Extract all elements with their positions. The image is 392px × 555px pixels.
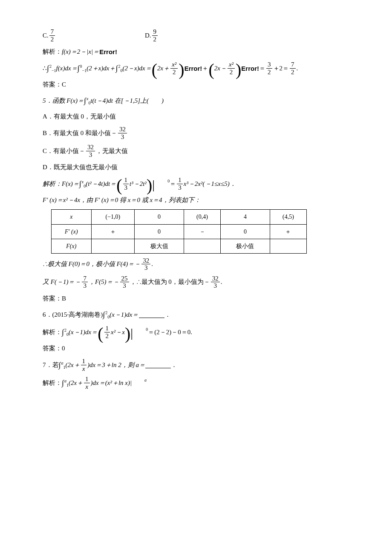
option-d-label: D. — [145, 30, 151, 41]
bracket-expr: ( 12 x²－x ) — [98, 325, 130, 339]
integral-icon: ∫ — [62, 376, 64, 390]
q5-post-a: ∴极大值 F(0)＝0，极小值 F(4)＝－ 323 . — [43, 257, 349, 272]
option-d-fraction: 9 2 — [152, 28, 158, 43]
integrand2: (2＋x)dx＋ — [86, 63, 115, 74]
therefore: ∴ — [43, 63, 47, 74]
q4-fx-def: f(x)＝2－|x|＝ — [62, 46, 99, 58]
integral-icon: ∫ — [79, 177, 81, 191]
right-paren-icon: ) — [236, 63, 241, 77]
q4-solution-line2: ∴ ∫ 2−1 f(x)dx＝ ∫ 0−1 (2＋x)dx＋ ∫ 20 (2－x… — [43, 61, 349, 75]
integral-icon: ∫ — [103, 308, 105, 321]
left-paren-icon: ( — [152, 63, 157, 77]
q5-answer: 答案： B — [43, 293, 349, 304]
answer-value: B — [62, 293, 66, 304]
q7-solution: 解析： ∫ a1 (2x＋ 1x )dx＝(x²＋ln x)| a — [43, 376, 349, 390]
q4-solution-line1: 解析： f(x)＝2－|x|＝ Error! — [43, 46, 349, 58]
q5-option-c: C．有最小值－ 323 ，无最大值 — [43, 144, 349, 158]
option-d: D. 9 2 — [145, 28, 159, 43]
answer-value: 0 — [62, 343, 65, 354]
error-text: Error! — [99, 46, 117, 58]
bracket-expr2: ( 2x－ x²2 ) — [208, 61, 241, 75]
q5-deriv: F′ (x)＝x²－4x，由 F′ (x)＝0 得 x＝0 或 x＝4，列表如下… — [43, 194, 349, 206]
integral-icon: ∫ — [59, 358, 61, 372]
int-bounds: 20 — [64, 327, 69, 338]
bracket-expr: ( 2x＋ x²2 ) — [152, 61, 184, 75]
option-c-label: C. — [43, 30, 49, 41]
table-row: x (−1,0) 0 (0,4) 4 (4,5) — [52, 210, 307, 224]
table-row: F′ (x) ＋ 0 － 0 ＋ — [52, 224, 307, 239]
error-text: Error! — [241, 63, 259, 74]
table-row: F(x) 极大值 极小值 — [52, 239, 307, 253]
error-text: Error! — [184, 63, 202, 74]
left-paren-icon: ( — [116, 179, 122, 192]
integral-icon: ∫ — [115, 61, 118, 75]
solution-label: 解析： — [43, 46, 62, 58]
right-paren-icon: ) — [125, 327, 130, 341]
left-paren-icon: ( — [98, 327, 103, 341]
answer-label: 答案： — [43, 343, 62, 354]
integral-icon: ∫ — [78, 61, 80, 75]
int-bounds: 20 — [118, 63, 122, 74]
fill-blank — [145, 362, 171, 368]
q5-solution-line1: 解析：F(x)＝ ∫ x0 (t²－4t)dt＝ ( 13 t³－2t² ) |… — [43, 176, 349, 191]
fill-blank — [139, 312, 164, 318]
integrand3: (2－x)dx＝ — [122, 63, 151, 74]
integral-icon: ∫ — [84, 94, 86, 107]
int-bounds: 2−1 — [49, 63, 56, 74]
q6-answer: 答案： 0 — [43, 343, 349, 354]
int-bounds: x0 — [86, 95, 90, 107]
eval-bar-icon: | — [152, 179, 155, 190]
int-bounds: x0 — [82, 178, 86, 190]
q4-answer: 答案： C — [43, 79, 349, 90]
int-bounds: a1 — [64, 377, 69, 389]
q6-stem: 6．(2015·高考湖南卷) ∫ 20 (x－1)dx＝ ． — [43, 308, 349, 321]
integral-icon: ∫ — [47, 61, 49, 75]
q5-analysis-table: x (−1,0) 0 (0,4) 4 (4,5) F′ (x) ＋ 0 － 0 … — [51, 209, 307, 254]
q5-post-b: 又 F(－1)＝－ 73 ，F(5)＝－ 253 ，∴最大值为 0，最小值为－ … — [43, 275, 349, 289]
option-c: C. 7 2 — [43, 28, 145, 43]
q7-stem: 7．若 ∫ a1 (2x＋ 1x )dx＝3＋ln 2，则 a＝ ． — [43, 358, 349, 372]
bracket-expr: ( 13 t³－2t² ) — [116, 176, 152, 191]
q5-option-b: B．有最大值 0 和最小值－ 323 — [43, 126, 349, 140]
answer-value: C — [62, 79, 66, 90]
options-row: C. 7 2 D. 9 2 — [43, 28, 349, 43]
option-c-fraction: 7 2 — [49, 28, 55, 43]
eval-bar-icon: | — [130, 328, 133, 338]
left-paren-icon: ( — [208, 63, 214, 77]
int-bounds: 20 — [105, 309, 110, 321]
int-bounds: a1 — [61, 359, 65, 371]
right-paren-icon: ) — [147, 179, 152, 192]
answer-label: 答案： — [43, 79, 62, 90]
q5-stem: 5．函数 F(x)＝ ∫ x0 t(t－4)dt 在[－1,5]上( ) — [43, 94, 349, 107]
q5-option-d: D．既无最大值也无最小值 — [43, 162, 349, 173]
integrand: f(x)dx＝ — [56, 63, 78, 74]
q5-option-a: A．有最大值 0，无最小值 — [43, 111, 349, 122]
q6-solution: 解析： ∫ 20 (x－1)dx＝ ( 12 x²－x ) | 0 ＝(2－2)… — [43, 325, 349, 339]
int-bounds: 0−1 — [80, 63, 87, 74]
answer-label: 答案： — [43, 293, 62, 304]
right-paren-icon: ) — [179, 63, 184, 77]
integral-icon: ∫ — [62, 325, 64, 339]
